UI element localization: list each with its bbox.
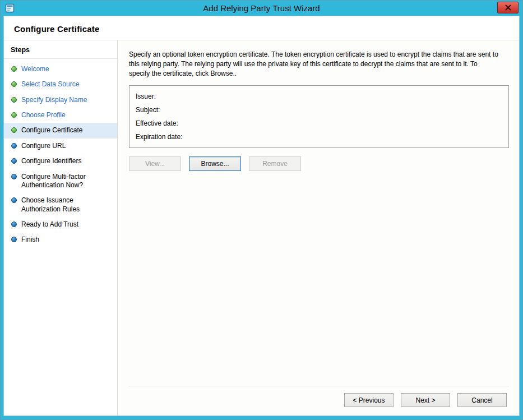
sidebar-item-configure-url: Configure URL [4,139,117,154]
content-panel: Specify an optional token encryption cer… [118,40,519,416]
step-blue-dot-icon [11,158,17,164]
wizard-body: Configure Certificate Steps WelcomeSelec… [3,16,520,416]
sidebar-item-specify-display-name[interactable]: Specify Display Name [4,93,117,108]
cancel-button[interactable]: Cancel [457,393,507,407]
sidebar-item-label: Configure Multi-factor Authentication No… [21,173,101,190]
next-button[interactable]: Next > [401,393,450,407]
main-area: Steps WelcomeSelect Data SourceSpecify D… [4,40,519,416]
sidebar-item-label: Configure URL [21,142,66,150]
close-icon [505,4,511,11]
close-button[interactable] [497,2,519,13]
step-green-dot-icon [11,112,17,118]
step-blue-dot-icon [11,174,17,179]
sidebar-item-welcome[interactable]: Welcome [4,62,117,77]
sidebar-item-label: Configure Certificate [21,126,82,135]
page-title: Configure Certificate [14,24,508,34]
sidebar-item-label: Specify Display Name [21,96,87,104]
certificate-field-label: Issuer: [136,90,502,103]
titlebar: Add Relying Party Trust Wizard [3,1,520,16]
sidebar-item-ready-to-add-trust: Ready to Add Trust [4,217,117,232]
sidebar-item-label: Ready to Add Trust [21,220,78,229]
step-blue-dot-icon [11,237,17,242]
sidebar-item-label: Configure Identifiers [21,157,81,165]
sidebar-item-label: Choose Issuance Authorization Rules [21,196,101,214]
step-green-dot-icon [11,127,17,133]
sidebar-item-configure-identifiers: Configure Identifiers [4,154,117,169]
step-blue-dot-icon [11,197,17,203]
certificate-field-label: Effective date: [136,117,502,130]
steps-sidebar: Steps WelcomeSelect Data SourceSpecify D… [4,40,118,416]
sidebar-item-label: Choose Profile [21,111,66,119]
view-button: View... [129,156,181,171]
app-icon [5,3,15,13]
sidebar-item-select-data-source[interactable]: Select Data Source [4,77,117,92]
step-green-dot-icon [11,66,17,72]
sidebar-item-choose-profile[interactable]: Choose Profile [4,108,117,123]
certificate-field-label: Subject: [136,103,502,117]
steps-list: WelcomeSelect Data SourceSpecify Display… [4,59,117,248]
description-text: Specify an optional token encryption cer… [129,50,500,79]
remove-button: Remove [249,156,301,171]
sidebar-item-label: Welcome [21,65,49,73]
sidebar-item-label: Select Data Source [21,80,79,89]
wizard-window: Add Relying Party Trust Wizard Configure… [0,0,523,420]
sidebar-item-configure-certificate: Configure Certificate [4,123,117,138]
step-green-dot-icon [11,81,17,87]
certificate-box: Issuer:Subject:Effective date:Expiration… [129,85,509,148]
previous-button[interactable]: < Previous [344,393,394,407]
browse-button[interactable]: Browse... [189,156,241,171]
step-blue-dot-icon [11,221,17,227]
certificate-actions: View... Browse... Remove [129,156,509,171]
page-header: Configure Certificate [4,16,519,40]
sidebar-item-choose-issuance-authorization-rules: Choose Issuance Authorization Rules [4,193,117,217]
steps-heading: Steps [4,40,117,59]
step-blue-dot-icon [11,143,17,149]
wizard-footer: < Previous Next > Cancel [129,386,509,416]
sidebar-item-label: Finish [21,236,39,244]
sidebar-item-configure-multi-factor-authentication-now: Configure Multi-factor Authentication No… [4,169,117,193]
certificate-field-label: Expiration date: [136,130,502,144]
window-title: Add Relying Party Trust Wizard [3,3,520,13]
step-green-dot-icon [11,97,17,103]
sidebar-item-finish: Finish [4,232,117,247]
